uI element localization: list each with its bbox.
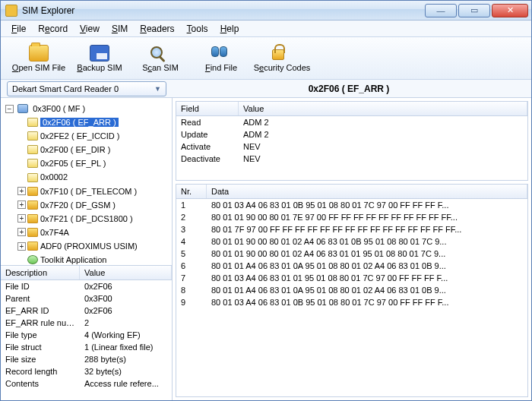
expander-icon[interactable]: + — [17, 228, 26, 236]
expander-icon[interactable]: + — [17, 242, 26, 251]
col-header-data[interactable]: Data — [207, 185, 527, 198]
backup-sim-button[interactable]: Backup SIM — [69, 39, 130, 78]
desc-cell-key: File type — [1, 329, 80, 341]
app-icon — [5, 5, 17, 17]
find-file-button[interactable]: Find File — [191, 39, 252, 78]
col-header-nr[interactable]: Nr. — [176, 185, 207, 198]
tree-ef-iccid[interactable]: 0x2FE2 ( EF_ICCID ) — [40, 131, 120, 141]
record-row[interactable]: 680 01 01 A4 06 83 01 0A 95 01 08 80 01 … — [176, 260, 527, 272]
tree-toolkit-app[interactable]: Toolkit Application — [40, 255, 106, 264]
desc-cell-value: Access rule refere... — [80, 377, 172, 390]
record-row[interactable]: 580 01 01 90 00 80 01 02 A4 06 83 01 01 … — [176, 248, 527, 260]
desc-row[interactable]: Parent0x3F00 — [1, 292, 172, 305]
desc-cell-key: File ID — [1, 280, 80, 292]
col-header-value[interactable]: Value — [239, 102, 527, 115]
fv-cell-field: Deactivate — [176, 153, 239, 165]
desc-row[interactable]: ContentsAccess rule refere... — [1, 377, 172, 390]
fv-row[interactable]: ActivateNEV — [176, 141, 527, 153]
menu-record[interactable]: Record — [32, 22, 74, 36]
file-icon — [27, 159, 38, 168]
record-row[interactable]: 380 01 7F 97 00 FF FF FF FF FF FF FF FF … — [176, 223, 527, 235]
expander-icon[interactable]: − — [5, 105, 14, 113]
menu-sim[interactable]: SIM — [106, 22, 134, 36]
menu-view[interactable]: View — [74, 22, 106, 36]
record-row[interactable]: 280 01 01 90 00 80 01 7E 97 00 FF FF FF … — [176, 211, 527, 223]
fv-row[interactable]: ReadADM 2 — [176, 116, 527, 128]
lock-icon — [272, 49, 284, 60]
fv-cell-field: Update — [176, 128, 239, 141]
desc-cell-value: 0x3F00 — [80, 292, 172, 305]
record-cell-nr: 3 — [176, 223, 207, 235]
fv-cell-field: Activate — [176, 141, 239, 153]
desc-row[interactable]: EF_ARR rule number2 — [1, 317, 172, 329]
window-title: SIM Explorer — [22, 5, 425, 16]
desc-row[interactable]: EF_ARR ID0x2F06 — [1, 305, 172, 317]
record-cell-nr: 9 — [176, 296, 207, 308]
record-cell-data: 80 01 03 A4 06 83 01 01 95 01 08 80 01 7… — [207, 272, 527, 284]
minimize-button[interactable]: — — [425, 4, 457, 17]
menu-tools[interactable]: Tools — [181, 22, 214, 36]
record-row[interactable]: 980 01 03 A4 06 83 01 0B 95 01 08 80 01 … — [176, 296, 527, 308]
disk-icon — [90, 45, 109, 62]
col-header-field[interactable]: Field — [176, 102, 239, 115]
fv-row[interactable]: DeactivateNEV — [176, 153, 527, 165]
reader-select[interactable]: Dekart Smart Card Reader 0 ▼ — [7, 81, 166, 96]
record-cell-nr: 6 — [176, 260, 207, 272]
tree-df-dcs1800[interactable]: 0x7F21 ( DF_DCS1800 ) — [40, 214, 133, 223]
tree-0002[interactable]: 0x0002 — [40, 173, 68, 182]
tree-df-gsm[interactable]: 0x7F20 ( DF_GSM ) — [40, 200, 116, 210]
menu-file[interactable]: File — [5, 22, 32, 36]
security-codes-button[interactable]: Security Codes — [252, 39, 312, 78]
right-column: Field Value ReadADM 2UpdateADM 2Activate… — [173, 98, 531, 400]
expander-icon[interactable]: + — [17, 200, 26, 209]
tree-7f4a[interactable]: 0x7F4A — [40, 228, 69, 237]
desc-row[interactable]: File struct1 (Linear fixed file) — [1, 341, 172, 353]
tree-adf0[interactable]: ADF0 (PROXIMUS USIM) — [40, 242, 138, 251]
desc-cell-value: 0x2F06 — [80, 280, 172, 292]
desc-row[interactable]: File ID0x2F06 — [1, 280, 172, 292]
desc-cell-key: Record length — [1, 365, 80, 377]
file-icon — [27, 118, 38, 127]
description-panel: Description Value File ID0x2F06Parent0x3… — [1, 265, 172, 400]
tree-ef-pl[interactable]: 0x2F05 ( EF_PL ) — [40, 159, 106, 168]
desc-cell-key: Parent — [1, 292, 80, 305]
main-area: − 0x3F00 ( MF ) 0x2F06 ( EF_ARR ) 0x2FE2… — [1, 98, 531, 400]
close-button[interactable]: ✕ — [492, 4, 528, 17]
record-cell-nr: 4 — [176, 235, 207, 248]
menu-readers[interactable]: Readers — [134, 22, 180, 36]
desc-cell-key: File struct — [1, 341, 80, 353]
fv-cell-field: Read — [176, 116, 239, 128]
desc-row[interactable]: File size288 byte(s) — [1, 353, 172, 365]
folder-icon — [27, 242, 38, 251]
file-tree[interactable]: − 0x3F00 ( MF ) 0x2F06 ( EF_ARR ) 0x2FE2… — [1, 98, 172, 265]
maximize-button[interactable]: ▭ — [458, 4, 490, 17]
tree-df-telecom[interactable]: 0x7F10 ( DF_TELECOM ) — [40, 187, 137, 196]
reader-row: Dekart Smart Card Reader 0 ▼ 0x2F06 ( EF… — [1, 80, 531, 98]
menu-help[interactable]: Help — [214, 22, 245, 36]
record-row[interactable]: 880 01 01 A4 06 83 01 0A 95 01 08 80 01 … — [176, 284, 527, 296]
record-row[interactable]: 180 01 03 A4 06 83 01 0B 95 01 08 80 01 … — [176, 199, 527, 211]
expander-icon[interactable]: + — [17, 214, 26, 223]
expander-icon[interactable]: + — [17, 187, 26, 195]
tree-ef-arr[interactable]: 0x2F06 ( EF_ARR ) — [40, 118, 119, 127]
left-column: − 0x3F00 ( MF ) 0x2F06 ( EF_ARR ) 0x2FE2… — [1, 98, 173, 400]
desc-cell-value: 1 (Linear fixed file) — [80, 341, 172, 353]
open-sim-file-button[interactable]: Open SIM File — [8, 39, 69, 78]
folder-icon — [27, 228, 38, 237]
file-icon — [27, 131, 38, 141]
tree-root[interactable]: 0x3F00 ( MF ) — [33, 104, 85, 113]
desc-row[interactable]: Record length32 byte(s) — [1, 365, 172, 377]
sim-card-icon — [17, 104, 28, 113]
desc-row[interactable]: File type4 (Working EF) — [1, 329, 172, 341]
fv-row[interactable]: UpdateADM 2 — [176, 128, 527, 141]
record-cell-data: 80 01 03 A4 06 83 01 0B 95 01 08 80 01 7… — [207, 199, 527, 211]
record-row[interactable]: 480 01 01 90 00 80 01 02 A4 06 83 01 0B … — [176, 235, 527, 248]
desc-cell-value: 2 — [80, 317, 172, 329]
col-header-description[interactable]: Description — [1, 266, 80, 279]
col-header-value[interactable]: Value — [80, 266, 172, 279]
record-cell-nr: 5 — [176, 248, 207, 260]
records-panel: Nr. Data 180 01 03 A4 06 83 01 0B 95 01 … — [176, 184, 528, 397]
record-row[interactable]: 780 01 03 A4 06 83 01 01 95 01 08 80 01 … — [176, 272, 527, 284]
tree-ef-dir[interactable]: 0x2F00 ( EF_DIR ) — [40, 145, 110, 154]
scan-sim-button[interactable]: Scan SIM — [130, 39, 191, 78]
